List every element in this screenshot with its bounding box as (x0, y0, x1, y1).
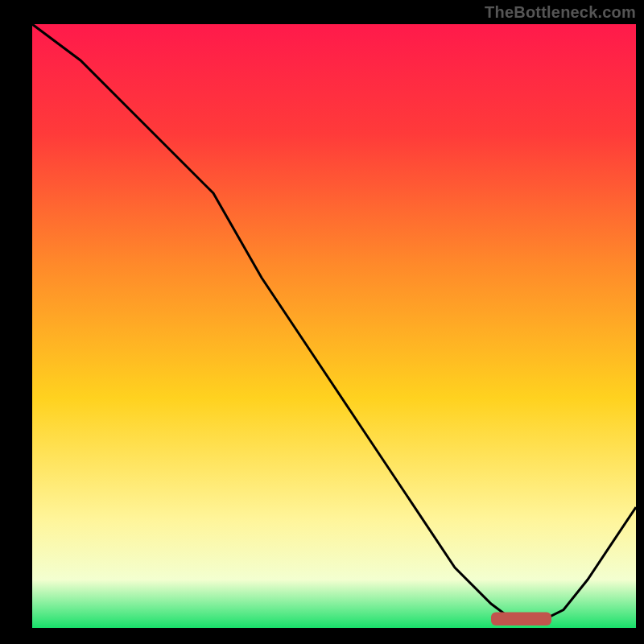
optimal-marker (491, 613, 551, 626)
watermark-text: TheBottleneck.com (485, 3, 636, 22)
plot-svg (32, 24, 636, 628)
chart-frame: TheBottleneck.com (0, 0, 644, 644)
plot-area (32, 24, 636, 628)
gradient-background (32, 24, 636, 628)
